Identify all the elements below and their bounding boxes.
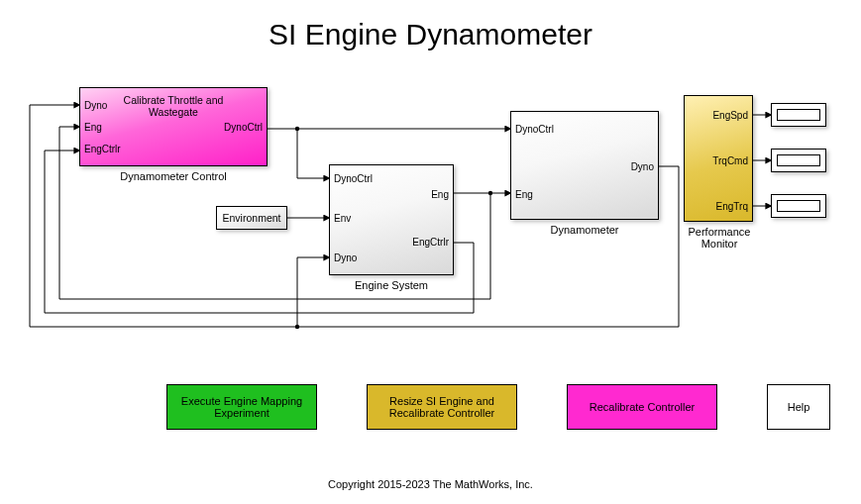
block-environment[interactable]: Environment (216, 206, 287, 230)
port-in-dynoctrl: DynoCtrl (334, 173, 373, 184)
block-engine-system[interactable]: DynoCtrl Env Dyno Eng EngCtrlr (329, 164, 454, 275)
copyright-text: Copyright 2015-2023 The MathWorks, Inc. (0, 478, 861, 490)
diagram-canvas: SI Engine Dynamometer (0, 0, 861, 504)
port-in-dyno: Dyno (84, 100, 107, 111)
port-out-dynoctrl: DynoCtrl (224, 122, 263, 133)
port-in-engctrlr: EngCtrlr (84, 144, 121, 154)
block-dynamometer-control[interactable]: Calibrate Throttle and Wastegate Dyno En… (79, 87, 268, 166)
port-out-eng: Eng (431, 189, 449, 200)
block-dynamometer[interactable]: DynoCtrl Eng Dyno (510, 111, 659, 220)
port-in-dynoctrl: DynoCtrl (515, 124, 554, 135)
label-engine-system: Engine System (329, 279, 454, 291)
scope-trqcmd[interactable] (771, 149, 826, 172)
page-title: SI Engine Dynamometer (0, 18, 861, 51)
label-dynamometer: Dynamometer (510, 224, 659, 236)
port-out-engspd: EngSpd (712, 110, 748, 121)
port-in-env: Env (334, 213, 351, 224)
label-dynamometer-control: Dynamometer Control (79, 170, 268, 182)
button-help[interactable]: Help (767, 384, 830, 430)
port-in-eng: Eng (84, 122, 102, 133)
port-out-dyno: Dyno (631, 161, 654, 172)
svg-point-0 (295, 127, 299, 131)
button-resize-recalibrate[interactable]: Resize SI Engine and Recalibrate Control… (367, 384, 517, 430)
svg-point-1 (488, 191, 492, 195)
port-out-engctrlr: EngCtrlr (412, 237, 449, 248)
block-performance-monitor[interactable]: EngSpd TrqCmd EngTrq (684, 95, 753, 222)
port-in-eng: Eng (515, 189, 533, 200)
block-env-label: Environment (217, 207, 286, 229)
scope-engtrq[interactable] (771, 194, 826, 218)
port-in-dyno: Dyno (334, 252, 357, 263)
button-execute-mapping[interactable]: Execute Engine Mapping Experiment (166, 384, 317, 430)
label-performance-monitor: Performance Monitor (670, 226, 769, 250)
button-recalibrate-controller[interactable]: Recalibrate Controller (567, 384, 717, 430)
svg-point-2 (295, 325, 299, 329)
scope-engspd[interactable] (771, 103, 826, 127)
port-out-engtrq: EngTrq (716, 201, 748, 212)
port-out-trqcmd: TrqCmd (712, 155, 748, 166)
